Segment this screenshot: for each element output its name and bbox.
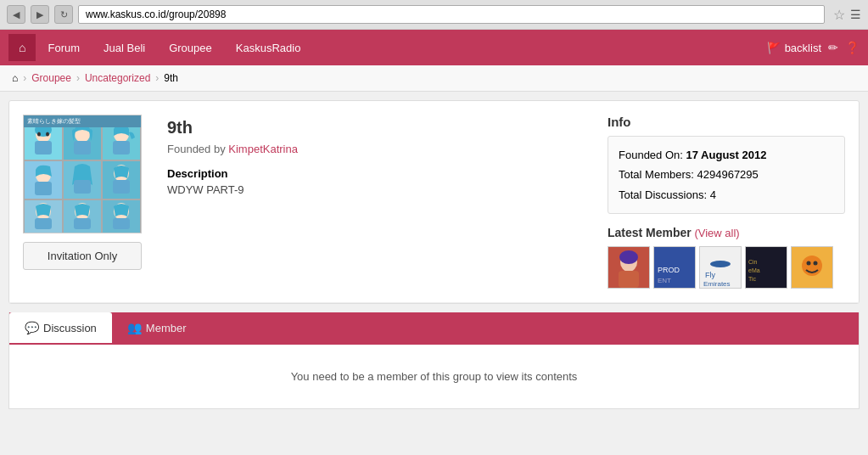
manga-grid: ロング ロング	[24, 121, 141, 233]
nav-kaskus-radio[interactable]: KaskusRadio	[224, 33, 313, 63]
empty-message: You need to be a member of this group to…	[291, 370, 578, 383]
group-header: 素晴らしき嫁の髪型	[9, 101, 859, 303]
founded-on-label: Founded On:	[619, 149, 683, 161]
description-label: Description	[167, 167, 591, 180]
menu-icon[interactable]: ☰	[850, 8, 861, 21]
manga-cell-5	[63, 160, 102, 199]
browser-chrome: ◀ ▶ ↻ ☆ ☰	[0, 0, 868, 30]
backlist-icon: 🚩	[767, 42, 781, 54]
total-members-label: Total Members:	[619, 168, 694, 181]
manga-cell-6	[102, 160, 141, 199]
breadcrumb: ⌂ › Groupee › Uncategorized › 9th	[0, 65, 868, 92]
svg-text:Tic: Tic	[748, 276, 757, 282]
latest-member-section: Latest Member (View all)	[608, 226, 845, 289]
nav-jual-beli[interactable]: Jual Beli	[92, 33, 157, 63]
address-bar[interactable]	[78, 5, 825, 24]
invitation-only-button[interactable]: Invitation Only	[23, 242, 142, 270]
backlist-label: backlist	[785, 42, 821, 54]
breadcrumb-groupee[interactable]: Groupee	[31, 72, 71, 84]
total-discussions-row: Total Discussions: 4	[619, 185, 834, 205]
question-icon[interactable]: ❓	[845, 41, 860, 54]
breadcrumb-current: 9th	[164, 72, 178, 84]
tabs-section: 💬 Discussion 👥 Member You need to be a m…	[8, 312, 860, 409]
svg-rect-8	[74, 141, 91, 154]
member-avatar-2[interactable]: PROD ENT	[653, 246, 696, 289]
svg-rect-33	[619, 271, 639, 288]
founded-by-text: Founded by KimpetKatrina	[167, 143, 591, 155]
svg-text:PROD: PROD	[658, 266, 680, 274]
tab-content: You need to be a member of this group to…	[9, 343, 859, 408]
forward-button[interactable]: ▶	[31, 5, 49, 24]
svg-text:Fly: Fly	[705, 271, 715, 279]
svg-rect-29	[113, 218, 130, 229]
main-container: 素晴らしき嫁の髪型	[8, 100, 860, 304]
svg-rect-11	[113, 141, 130, 154]
tab-member[interactable]: 👥 Member	[112, 312, 202, 343]
member-avatar-1[interactable]	[608, 246, 650, 289]
manga-cell-4	[24, 160, 63, 199]
group-title: 9th	[167, 118, 591, 138]
manga-title: 素晴らしき嫁の髪型	[27, 117, 81, 126]
manga-label-9: ここねむ	[104, 233, 139, 233]
member-avatar-4[interactable]: Cin eMa Tic	[745, 246, 787, 289]
founded-on-row: Founded On: 17 August 2012	[619, 145, 834, 165]
nav-forum[interactable]: Forum	[36, 33, 92, 63]
member-avatar-5[interactable]	[791, 246, 833, 289]
manga-cell-9: ここねむ	[102, 199, 141, 233]
manga-cell-8: ロング	[63, 199, 102, 233]
breadcrumb-uncategorized[interactable]: Uncategorized	[85, 72, 150, 84]
group-image-col: 素晴らしき嫁の髪型	[23, 115, 150, 289]
view-all-link[interactable]: (View all)	[694, 227, 739, 239]
manga-label-8: ロング	[64, 233, 100, 233]
svg-point-32	[619, 250, 638, 264]
founded-by-label: Founded by	[167, 143, 226, 155]
group-image: 素晴らしき嫁の髪型	[23, 115, 142, 233]
breadcrumb-sep-2: ›	[76, 72, 80, 84]
founded-on-value: 17 August 2012	[686, 149, 767, 161]
svg-point-5	[46, 132, 49, 137]
description-text: WDYW PART-9	[167, 183, 591, 196]
svg-rect-14	[35, 182, 52, 195]
tab-discussion-label: Discussion	[43, 322, 97, 334]
bookmark-icon[interactable]: ☆	[833, 7, 845, 23]
svg-point-48	[814, 261, 818, 266]
total-members-row: Total Members: 4294967295	[619, 165, 834, 184]
svg-text:ENT: ENT	[658, 277, 671, 284]
member-avatars: PROD ENT Fly Emirates	[608, 246, 845, 289]
svg-point-4	[37, 132, 41, 137]
refresh-button[interactable]: ↻	[54, 5, 73, 24]
breadcrumb-home-icon[interactable]: ⌂	[12, 72, 18, 84]
breadcrumb-sep-1: ›	[23, 72, 26, 84]
discussion-icon: 💬	[25, 321, 39, 334]
back-button[interactable]: ◀	[7, 5, 25, 24]
svg-rect-20	[113, 180, 130, 194]
tabs-bar: 💬 Discussion 👥 Member	[9, 312, 859, 343]
info-box: Founded On: 17 August 2012 Total Members…	[608, 136, 845, 214]
latest-member-title: Latest Member	[608, 226, 692, 239]
svg-rect-26	[74, 218, 91, 229]
svg-text:Emirates: Emirates	[703, 280, 731, 288]
svg-rect-3	[35, 141, 52, 154]
manga-title-bar: 素晴らしき嫁の髪型	[24, 115, 141, 127]
svg-rect-23	[35, 218, 52, 229]
svg-text:eMa: eMa	[748, 267, 760, 273]
total-members-value: 4294967295	[697, 168, 759, 181]
group-info-col: 9th Founded by KimpetKatrina Description…	[167, 115, 591, 289]
kaskus-nav: ⌂ Forum Jual Beli Groupee KaskusRadio 🚩 …	[0, 30, 868, 65]
nav-groupee[interactable]: Groupee	[157, 33, 224, 63]
founder-link[interactable]: KimpetKatrina	[228, 143, 298, 155]
member-icon: 👥	[127, 321, 142, 334]
total-discussions-label: Total Discussions:	[619, 188, 707, 201]
svg-text:Cin: Cin	[748, 259, 758, 265]
svg-point-38	[710, 261, 731, 267]
info-col: Info Founded On: 17 August 2012 Total Me…	[608, 115, 845, 289]
pencil-icon[interactable]: ✏	[828, 41, 838, 54]
manga-label-7: ロング	[25, 233, 61, 233]
backlist-button[interactable]: 🚩 backlist	[767, 42, 821, 54]
member-avatar-3[interactable]: Fly Emirates	[699, 246, 742, 289]
home-button[interactable]: ⌂	[8, 34, 36, 61]
info-title: Info	[608, 115, 845, 129]
tab-discussion[interactable]: 💬 Discussion	[9, 312, 112, 343]
tab-member-label: Member	[146, 322, 187, 334]
total-discussions-value: 4	[710, 188, 716, 201]
